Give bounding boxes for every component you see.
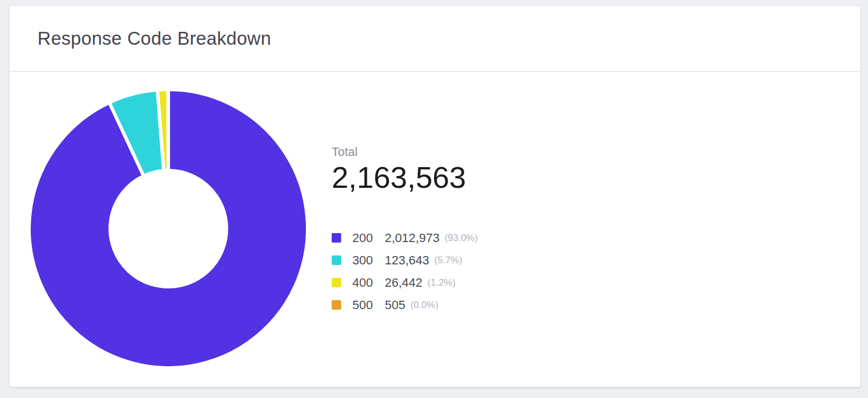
legend-label: 500 <box>352 298 385 312</box>
legend-value: 123,643 <box>385 253 430 268</box>
legend-percentage: (5.7%) <box>435 255 463 266</box>
legend-label: 400 <box>352 276 385 290</box>
legend: 200 2,012,973 (93.0%) 300 123,643 (5.7%)… <box>332 231 478 311</box>
response-code-card: Response Code Breakdown Total 2,163,563 … <box>10 6 860 387</box>
legend-swatch-500 <box>332 300 341 310</box>
legend-value: 26,442 <box>385 276 422 290</box>
legend-percentage: (93.0%) <box>445 233 478 244</box>
legend-percentage: (1.2%) <box>427 277 455 288</box>
legend-label: 300 <box>352 253 385 268</box>
total-value: 2,163,563 <box>332 160 478 194</box>
card-title: Response Code Breakdown <box>37 28 271 49</box>
chart-summary: Total 2,163,563 200 2,012,973 (93.0%) 30… <box>332 145 478 321</box>
page: { "page": { "background_color": "#edeff2… <box>0 0 868 398</box>
legend-item-300[interactable]: 300 123,643 (5.7%) <box>332 254 478 267</box>
legend-swatch-300 <box>332 255 341 265</box>
legend-swatch-200 <box>332 233 341 243</box>
donut-chart <box>27 88 309 369</box>
legend-percentage: (0.0%) <box>411 300 438 311</box>
legend-value: 2,012,973 <box>385 231 440 245</box>
legend-swatch-400 <box>332 278 341 287</box>
total-label: Total <box>332 145 478 159</box>
legend-label: 200 <box>352 231 385 245</box>
legend-item-400[interactable]: 400 26,442 (1.2%) <box>332 276 478 289</box>
legend-value: 505 <box>385 298 405 312</box>
legend-item-500[interactable]: 500 505 (0.0%) <box>332 298 478 311</box>
card-body: Total 2,163,563 200 2,012,973 (93.0%) 30… <box>10 72 860 386</box>
card-header: Response Code Breakdown <box>10 6 860 72</box>
legend-item-200[interactable]: 200 2,012,973 (93.0%) <box>332 231 478 244</box>
